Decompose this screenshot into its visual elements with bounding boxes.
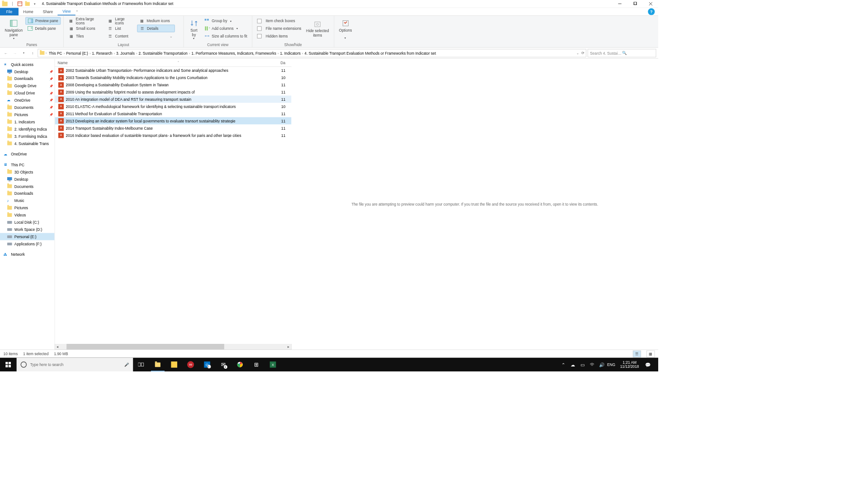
scroll-right-icon[interactable]: ▸	[286, 344, 292, 350]
file-row[interactable]: 2013 Developing an indicator system for …	[55, 117, 291, 124]
tab-home[interactable]: Home	[19, 8, 38, 15]
tray-volume-icon[interactable]: 🔊	[599, 362, 604, 367]
sidebar-item[interactable]: Work Space (D:)	[0, 226, 55, 233]
sidebar-item[interactable]: Videos	[0, 211, 55, 219]
sidebar-item[interactable]: Desktop	[0, 175, 55, 183]
recent-dropdown[interactable]: ▾	[20, 49, 28, 57]
scroll-thumb[interactable]	[66, 344, 224, 350]
tray-battery-icon[interactable]: ▭	[580, 362, 585, 367]
file-row[interactable]: 2010 An integration model of DEA and RST…	[55, 96, 291, 103]
breadcrumb[interactable]: 2. Sustainable Transportation	[137, 51, 189, 55]
navigation-pane-button[interactable]: Navigation pane▾	[3, 17, 25, 42]
maximize-button[interactable]	[627, 0, 643, 8]
back-button[interactable]: ←	[2, 49, 10, 57]
sidebar-item[interactable]: 2. Identifying Indica	[0, 126, 55, 133]
sidebar-item[interactable]: 1. Indicators	[0, 118, 55, 126]
chevron-right-icon[interactable]: ›	[46, 51, 47, 55]
tray-wifi-icon[interactable]	[589, 362, 594, 367]
file-extensions-toggle[interactable]: File name extensions	[255, 25, 303, 33]
sidebar-item[interactable]: 4. Sustainable Trans	[0, 140, 55, 147]
nav-this-pc[interactable]: 🖥This PC	[0, 161, 55, 168]
file-row[interactable]: 2010 ELASTIC-A methodological framework …	[55, 103, 291, 110]
group-by-button[interactable]: Group by ▾	[202, 17, 249, 25]
file-row[interactable]: 2008 Developing a Sustainablity Evaluati…	[55, 81, 291, 89]
taskbar-app-antivirus[interactable]: 99	[182, 358, 198, 371]
sidebar-item[interactable]: ♪Music	[0, 197, 55, 204]
mic-icon[interactable]: 🎤	[124, 362, 129, 367]
preview-pane-button[interactable]: Preview pane	[25, 17, 61, 25]
view-details-button[interactable]: ☰	[633, 350, 641, 357]
nav-onedrive[interactable]: ☁OneDrive	[0, 150, 55, 158]
tab-file[interactable]: File	[0, 8, 19, 15]
sidebar-item[interactable]: Documents	[0, 183, 55, 190]
taskbar-search[interactable]: Type here to search 🎤	[16, 358, 133, 371]
qat-properties-icon[interactable]	[17, 1, 23, 6]
sidebar-item[interactable]: Downloads📌	[0, 75, 55, 82]
sidebar-item[interactable]: Downloads	[0, 190, 55, 197]
tray-lang[interactable]: ENG	[609, 362, 614, 367]
search-input[interactable]: Search 4. Sustainable Transpo... 🔍	[588, 49, 656, 57]
refresh-button[interactable]: ⟳	[581, 51, 585, 55]
up-button[interactable]: ↑	[29, 49, 37, 57]
minimize-button[interactable]	[612, 0, 627, 8]
layout-tiles[interactable]: ▦Tiles	[66, 32, 105, 40]
taskbar-app-excel[interactable]: X	[264, 358, 281, 371]
sidebar-item[interactable]: ☁OneDrive📌	[0, 97, 55, 104]
layout-content[interactable]: ☰Content	[105, 32, 136, 40]
taskbar-app-outlook[interactable]: O1	[199, 358, 215, 371]
sidebar-item[interactable]: Google Drive📌	[0, 82, 55, 89]
forward-button[interactable]: →	[11, 49, 19, 57]
layout-medium[interactable]: ▦Medium icons	[137, 17, 175, 25]
tray-chevron-icon[interactable]: ⌃	[561, 362, 566, 367]
item-checkboxes-toggle[interactable]: Item check boxes	[255, 17, 303, 25]
taskbar-app-sticky-notes[interactable]	[166, 358, 182, 371]
sidebar-item[interactable]: Applications (F:)	[0, 240, 55, 248]
sidebar-item[interactable]: Documents📌	[0, 104, 55, 111]
address-bar[interactable]: › This PC›Personal (E:)›1. Research›3. J…	[38, 49, 586, 57]
scroll-left-icon[interactable]: ◂	[55, 344, 61, 350]
sidebar-item[interactable]: iCloud Drive📌	[0, 89, 55, 97]
details-pane-button[interactable]: Details pane	[25, 25, 61, 33]
start-button[interactable]	[0, 358, 16, 371]
taskbar-app-explorer[interactable]	[150, 358, 166, 371]
sidebar-item[interactable]: 3D Objects	[0, 168, 55, 175]
tab-view[interactable]: View	[58, 8, 75, 15]
file-row[interactable]: 2011 Method for Evaluation of Sustainabl…	[55, 110, 291, 117]
col-header-name[interactable]: Name⌃	[55, 61, 278, 65]
breadcrumb[interactable]: 4. Sustainable Transport Evaluation Meth…	[303, 51, 437, 55]
tray-onedrive-icon[interactable]: ☁	[570, 362, 576, 367]
hide-selected-button[interactable]: Hide selected items	[304, 17, 331, 40]
breadcrumb[interactable]: 3. Journals	[115, 51, 136, 55]
layout-extra-large[interactable]: ▦Extra large icons	[66, 17, 105, 25]
nav-network[interactable]: 🖧Network	[0, 251, 55, 258]
breadcrumb[interactable]: 1. Indicators	[278, 51, 302, 55]
tray-clock[interactable]: 1:21 AM 11/12/2018	[618, 360, 641, 369]
options-button[interactable]: Options▾	[337, 17, 354, 42]
sidebar-item[interactable]: Local Disk (C:)	[0, 219, 55, 226]
sidebar-item[interactable]: 3. Formlising Indica	[0, 132, 55, 140]
hidden-items-toggle[interactable]: Hidden items	[255, 32, 303, 40]
sidebar-item[interactable]: Pictures📌	[0, 111, 55, 118]
ribbon-collapse-icon[interactable]: ⌃	[75, 9, 79, 14]
view-thumbnails-button[interactable]: ▦	[646, 350, 655, 357]
taskbar-app-mail[interactable]: ✉1	[215, 358, 231, 371]
task-view-button[interactable]	[133, 358, 149, 371]
breadcrumb[interactable]: This PC	[47, 51, 64, 55]
breadcrumb[interactable]: Personal (E:)	[65, 51, 90, 55]
close-button[interactable]	[643, 0, 658, 8]
qat-dropdown-icon[interactable]: ▾	[32, 1, 38, 6]
help-button[interactable]: ?	[648, 8, 655, 15]
size-columns-button[interactable]: Size all columns to fit	[202, 32, 249, 40]
file-row[interactable]: 2002 Sustainable Urban Transportation- P…	[55, 67, 291, 74]
sidebar-item[interactable]: Desktop📌	[0, 68, 55, 75]
taskbar-app-store[interactable]: ⊞	[248, 358, 264, 371]
file-row[interactable]: 2009 Using the sustainablity fotprint mo…	[55, 89, 291, 96]
layout-details[interactable]: ☰Details	[137, 25, 175, 33]
file-row[interactable]: 2014 Transport Sustainablity Index-Melbo…	[55, 124, 291, 131]
add-columns-button[interactable]: +Add columns ▾	[202, 25, 249, 33]
file-row[interactable]: 2003 Towards Sustainablity Mobility Indi…	[55, 74, 291, 81]
breadcrumb[interactable]: 1. Performance Measures, Indicators, Fra…	[190, 51, 278, 55]
layout-small[interactable]: ▦Small icons	[66, 25, 105, 33]
tray-notifications-icon[interactable]: 💬	[645, 362, 651, 367]
tab-share[interactable]: Share	[38, 8, 57, 15]
